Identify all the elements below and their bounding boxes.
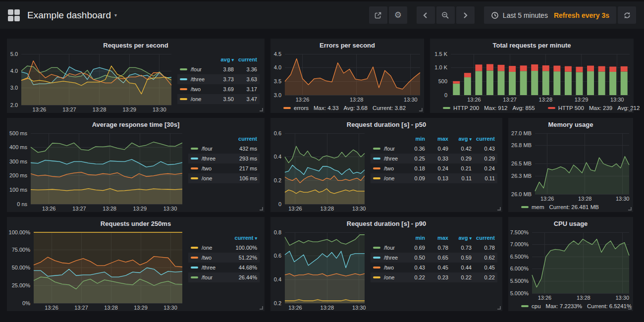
legend-series-toggle[interactable]: /one bbox=[373, 274, 402, 280]
series-color-marker[interactable] bbox=[373, 276, 380, 278]
series-color-marker[interactable] bbox=[373, 267, 380, 268]
panel-request-duration-p50: Request duration [s] - p50 13:2613:2813:… bbox=[270, 118, 502, 212]
series-color-marker[interactable] bbox=[180, 68, 187, 70]
zoom-out-button[interactable] bbox=[436, 6, 455, 24]
resize-handle[interactable] bbox=[497, 207, 501, 211]
series-color-marker[interactable] bbox=[373, 158, 380, 160]
series-color-marker[interactable] bbox=[191, 257, 198, 259]
panel-title[interactable]: Total requests per minute bbox=[430, 39, 634, 51]
resize-handle[interactable] bbox=[260, 207, 263, 211]
grafana-logo[interactable] bbox=[8, 9, 20, 21]
panel-title[interactable]: Request duration [s] - p50 bbox=[270, 118, 502, 130]
legend-series-toggle[interactable]: /two bbox=[180, 86, 211, 92]
series-color-marker[interactable] bbox=[373, 167, 380, 169]
legend-series-toggle[interactable]: /four bbox=[373, 146, 402, 152]
series-color-marker[interactable] bbox=[373, 148, 380, 150]
legend-sort-column-max[interactable]: max bbox=[425, 235, 448, 241]
graph-canvas[interactable]: 13:2613:2813:3000.20.40.6 bbox=[270, 130, 369, 212]
share-button[interactable] bbox=[369, 6, 387, 24]
series-color-marker[interactable] bbox=[191, 177, 198, 179]
series-color-marker[interactable] bbox=[191, 148, 198, 150]
legend-series-toggle[interactable]: errors bbox=[294, 105, 309, 111]
series-color-marker[interactable] bbox=[191, 267, 198, 268]
legend-series-toggle[interactable]: /two bbox=[191, 255, 219, 261]
graph-canvas[interactable]: 13:2613:2813:305.000%5.500%6.000%6.500%7… bbox=[508, 229, 633, 301]
legend-series-toggle[interactable]: /one bbox=[180, 96, 211, 102]
series-color-marker[interactable] bbox=[521, 206, 529, 208]
legend-series-toggle[interactable]: /three bbox=[191, 156, 219, 161]
legend-series-toggle[interactable]: /four bbox=[180, 66, 211, 72]
legend-series-toggle[interactable]: /four bbox=[373, 245, 402, 251]
legend-series-toggle[interactable]: /two bbox=[191, 165, 219, 171]
series-color-marker[interactable] bbox=[180, 98, 187, 100]
legend-series-toggle[interactable]: /one bbox=[191, 245, 219, 251]
settings-button[interactable]: ⚙ bbox=[389, 6, 407, 24]
series-color-marker[interactable] bbox=[373, 247, 380, 249]
legend-series-toggle[interactable]: /four bbox=[191, 274, 219, 280]
legend-sort-column-avg[interactable]: avg▾ bbox=[448, 136, 472, 142]
legend-sort-column-max[interactable]: max bbox=[425, 136, 448, 142]
graph-canvas[interactable]: 13:2613:2813:300.20.40.60.8 bbox=[270, 229, 369, 311]
panel-title[interactable]: CPU usage bbox=[508, 217, 633, 229]
legend-sort-column-current[interactable]: current bbox=[472, 136, 495, 142]
panel-title[interactable]: Request duration [s] - p90 bbox=[270, 217, 502, 229]
legend-sort-column-min[interactable]: min bbox=[402, 136, 425, 142]
series-color-marker[interactable] bbox=[443, 107, 450, 109]
legend-series-toggle[interactable]: /two bbox=[373, 165, 402, 171]
series-color-marker[interactable] bbox=[191, 276, 198, 278]
series-color-marker[interactable] bbox=[191, 167, 198, 169]
legend-sort-column-min[interactable]: min bbox=[402, 235, 425, 241]
resize-handle[interactable] bbox=[260, 306, 263, 310]
refresh-button[interactable] bbox=[618, 6, 636, 24]
resize-handle[interactable] bbox=[628, 306, 632, 310]
legend-series-toggle[interactable]: /three bbox=[180, 76, 211, 82]
graph-canvas[interactable]: 13:2613:2813:3026.0 MB26.3 MB26.5 MB26.8… bbox=[508, 130, 633, 202]
resize-handle[interactable] bbox=[628, 207, 632, 211]
time-forward-button[interactable] bbox=[456, 6, 475, 24]
series-color-marker[interactable] bbox=[548, 107, 555, 109]
series-color-marker[interactable] bbox=[373, 257, 380, 259]
series-color-marker[interactable] bbox=[521, 305, 529, 307]
series-color-marker[interactable] bbox=[373, 177, 380, 179]
legend-sort-column-avg[interactable]: avg▾ bbox=[211, 56, 234, 62]
series-color-marker[interactable] bbox=[180, 88, 187, 90]
series-color-marker[interactable] bbox=[191, 158, 198, 160]
legend-series-toggle[interactable]: /two bbox=[373, 265, 402, 270]
legend-sort-column-avg[interactable]: avg▾ bbox=[448, 235, 472, 241]
resize-handle[interactable] bbox=[629, 108, 632, 111]
graph-canvas[interactable]: 13:2613:2813:303.03.54.04.5 bbox=[270, 51, 424, 103]
legend-series-toggle[interactable]: HTTP 500 bbox=[558, 105, 584, 111]
graph-canvas[interactable]: 13:2613:2713:2813:2913:302.03.04.05.0 bbox=[7, 51, 175, 113]
legend-series-toggle[interactable]: /three bbox=[373, 255, 402, 261]
series-color-marker[interactable] bbox=[180, 78, 187, 80]
time-back-button[interactable] bbox=[417, 6, 435, 24]
resize-handle[interactable] bbox=[497, 306, 501, 310]
svg-text:6.500%: 6.500% bbox=[510, 254, 529, 260]
panel-title[interactable]: Average response time [30s] bbox=[7, 118, 265, 130]
legend-series-toggle[interactable]: /three bbox=[373, 156, 402, 161]
resize-handle[interactable] bbox=[260, 108, 263, 111]
legend-series-toggle[interactable]: /four bbox=[191, 146, 219, 152]
legend-series-toggle[interactable]: HTTP 200 bbox=[453, 105, 479, 111]
legend-series-toggle[interactable]: mem bbox=[532, 204, 544, 210]
panel-title[interactable]: Requests per second bbox=[7, 39, 265, 51]
graph-canvas[interactable]: 13:2613:2713:2813:2913:300%25.00%50.00%7… bbox=[7, 229, 186, 311]
legend-sort-column-current[interactable]: current bbox=[234, 56, 257, 62]
panel-title[interactable]: Requests under 250ms bbox=[7, 217, 265, 229]
series-color-marker[interactable] bbox=[283, 107, 291, 109]
panel-title[interactable]: Errors per second bbox=[270, 39, 424, 51]
dashboard-title-dropdown[interactable]: Example dashboard ▾ bbox=[27, 10, 117, 21]
time-picker-button[interactable]: Last 5 minutes Refresh every 3s bbox=[484, 6, 616, 24]
panel-title[interactable]: Memory usage bbox=[508, 118, 633, 130]
series-color-marker[interactable] bbox=[191, 247, 198, 249]
legend-sort-column-current[interactable]: current bbox=[219, 136, 257, 142]
legend-series-toggle[interactable]: cpu bbox=[532, 303, 541, 309]
legend-series-toggle[interactable]: /one bbox=[191, 175, 219, 181]
legend-sort-column-current[interactable]: current bbox=[472, 235, 495, 241]
legend-sort-column-current[interactable]: current▾ bbox=[219, 235, 257, 241]
legend-series-toggle[interactable]: /one bbox=[373, 175, 402, 181]
legend-series-toggle[interactable]: /three bbox=[191, 265, 219, 270]
resize-handle[interactable] bbox=[419, 108, 423, 111]
graph-canvas[interactable]: 13:2613:2713:2813:2913:3005001.0 K1.5 K bbox=[430, 51, 634, 103]
graph-canvas[interactable]: 13:2613:2713:2813:2913:300 ns100 ms200 m… bbox=[7, 130, 186, 212]
